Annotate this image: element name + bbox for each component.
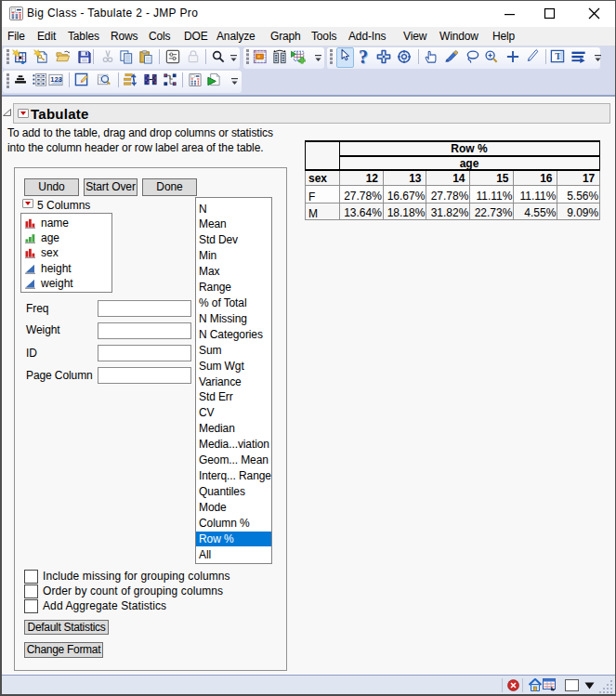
svg-text:123: 123	[50, 75, 62, 84]
